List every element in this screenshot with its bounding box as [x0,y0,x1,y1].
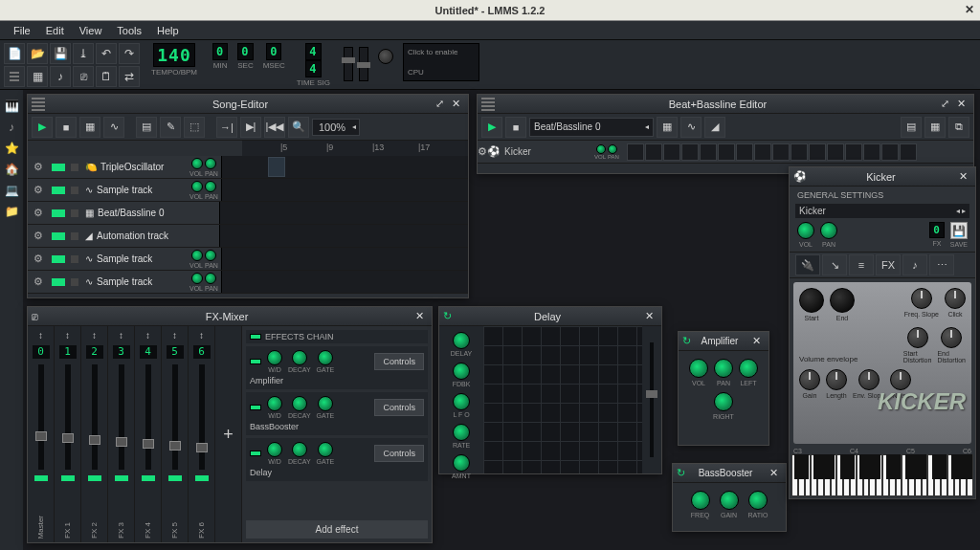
fx-w/d-knob[interactable] [267,350,282,365]
solo-toggle[interactable] [71,164,78,171]
send-arrow-icon[interactable]: ↕ [172,330,177,343]
fx-mute-led[interactable] [34,475,48,481]
bb-pan-knob[interactable] [608,144,617,154]
start-dist-knob[interactable] [907,327,928,348]
bb-view3-button[interactable]: ⧉ [948,117,969,138]
menu-edit[interactable]: Edit [38,23,72,38]
end-freq-knob[interactable] [830,288,855,313]
bb-stop-button[interactable]: ■ [505,117,526,138]
fx-controls-button[interactable]: Controls [374,445,424,462]
fx-channel-strip[interactable]: ↕ 4 FX 4 [135,326,162,542]
rewind-button[interactable]: ▶| [240,117,261,138]
bb-view1-button[interactable]: ▤ [901,117,922,138]
tab-midi[interactable]: ♪ [902,254,927,275]
sidebar-instruments[interactable]: 🎹 [3,98,20,115]
step-cell[interactable] [900,143,917,161]
solo-toggle[interactable] [71,209,78,217]
fx-gate-knob[interactable] [318,396,333,411]
fx-gate-knob[interactable] [318,350,333,365]
step-cell[interactable] [700,143,717,161]
redo-button[interactable]: ↷ [119,43,140,64]
mute-toggle[interactable] [52,187,65,194]
track-vol-knob[interactable] [191,181,203,192]
fx-fader[interactable] [92,364,98,470]
fx-mixer-toggle[interactable]: ⎚ [73,66,94,87]
step-cell[interactable] [845,143,862,161]
master-pitch-slider[interactable] [359,47,368,81]
fx-channel-strip[interactable]: ↕ 6 FX 6 [189,326,215,542]
track-clip-area[interactable] [219,225,468,247]
fx-mute-led[interactable] [142,475,155,481]
record-accompany-button[interactable]: ∿ [103,117,124,138]
track-pan-knob[interactable] [205,250,216,261]
bb-play-button[interactable]: ▶ [481,117,502,138]
noise-knob[interactable] [890,369,911,390]
track-name[interactable]: ∿Sample track [81,185,187,195]
add-fx-channel-button[interactable]: + [215,326,242,542]
undo-button[interactable]: ↶ [96,43,117,64]
length-knob[interactable] [826,369,847,390]
black-key[interactable] [801,454,809,479]
stop-button[interactable]: ■ [56,117,77,138]
send-arrow-icon[interactable]: ↕ [145,330,150,343]
amp-pan-knob[interactable] [714,359,733,378]
delay-output-slider[interactable] [642,326,661,473]
gear-icon[interactable]: ⚙ [28,180,49,201]
tempo-display[interactable]: 140 [153,43,195,67]
mute-toggle[interactable] [52,278,65,286]
step-cell[interactable] [827,143,844,161]
fx-fader[interactable] [172,364,178,470]
close-icon[interactable]: ✕ [412,310,428,322]
bb-editor-toggle[interactable]: ▦ [27,66,48,87]
fx-channel-strip[interactable]: ↕ 1 FX 1 [55,326,81,542]
fast-forward-button[interactable]: |◀◀ [264,117,285,138]
track-name[interactable]: ∿Sample track [81,276,187,287]
track-vol-knob[interactable] [191,158,203,169]
piano-roll-toggle[interactable]: ♪ [50,66,71,87]
gear-icon[interactable]: ⚙ [478,145,487,158]
fx-w/d-knob[interactable] [267,442,282,457]
step-cell[interactable] [754,143,771,161]
track-pan-knob[interactable] [205,158,216,169]
export-button[interactable]: ⤓ [73,43,94,64]
track-vol-knob[interactable] [191,250,203,261]
mute-toggle[interactable] [52,255,65,263]
close-icon[interactable]: ✕ [953,98,969,110]
master-pitch-knob[interactable] [378,49,393,64]
send-arrow-icon[interactable]: ↕ [92,330,97,343]
menu-tools[interactable]: Tools [109,23,149,38]
step-cell[interactable] [627,143,644,161]
step-cell[interactable] [736,143,753,161]
close-icon[interactable]: ✕ [748,335,765,347]
step-cell[interactable] [772,143,790,161]
fx-gate-knob[interactable] [318,442,333,457]
delay-fdbk-knob[interactable] [453,363,470,380]
solo-toggle[interactable] [71,255,78,263]
gear-icon[interactable]: ⚙ [28,226,49,247]
gear-icon[interactable]: ⚙ [28,272,49,293]
black-key[interactable] [919,454,926,479]
open-file-button[interactable]: 📂 [27,43,48,64]
send-arrow-icon[interactable]: ↕ [65,330,70,343]
tab-chord[interactable]: ≡ [849,254,874,275]
track-pan-knob[interactable] [205,181,216,192]
click-knob[interactable] [945,288,966,309]
bb-clone-button[interactable]: ◢ [704,117,725,138]
draw-mode-button[interactable]: ✎ [160,117,181,138]
menu-view[interactable]: View [72,23,110,38]
timesig-num[interactable]: 4 [305,43,321,60]
gain-knob[interactable] [799,369,820,390]
new-file-button[interactable]: 📄 [4,43,25,64]
fx-mute-led[interactable] [61,475,75,481]
tab-fx[interactable]: FX [876,254,901,275]
solo-toggle[interactable] [71,278,78,286]
add-track-button[interactable]: ▤ [136,117,157,138]
chain-enable-led[interactable] [250,334,261,340]
fx-fader[interactable] [199,364,205,470]
os-close-button[interactable]: ✕ [965,3,974,16]
fx-decay-knob[interactable] [292,350,307,365]
track-vol-knob[interactable] [191,273,203,284]
step-cell[interactable] [681,143,699,161]
controller-rack-toggle[interactable]: ⇄ [119,66,140,87]
end-dist-knob[interactable] [941,327,962,348]
